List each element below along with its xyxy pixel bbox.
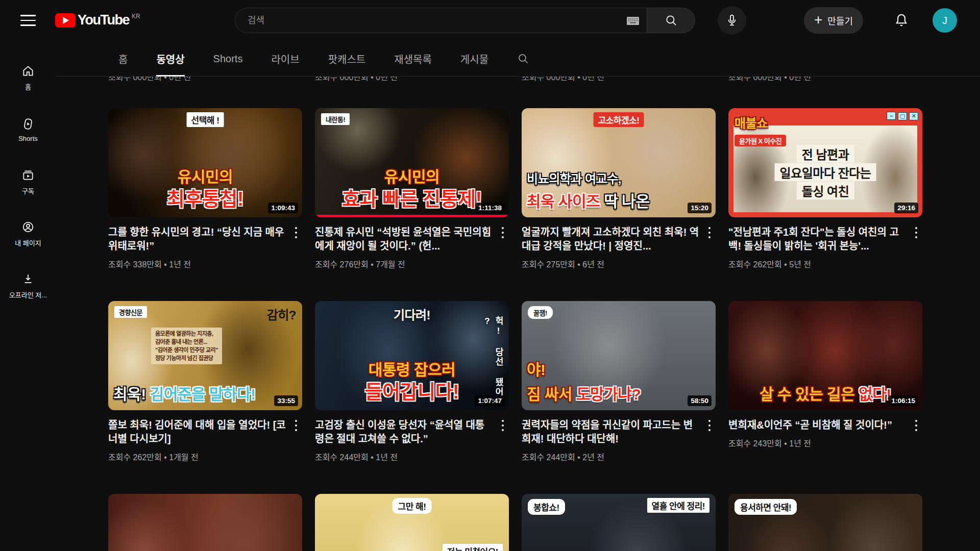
video-card[interactable]: 29:16 –▢✕매불쇼윤가원 X 이수진전 남편과일요일마다 잔다는돌싱 여친… bbox=[728, 108, 922, 301]
video-meta: 조회수 244만회 • 1년 전 bbox=[315, 450, 494, 463]
channel-search-button[interactable] bbox=[517, 41, 529, 77]
tab-home[interactable]: 홈 bbox=[118, 41, 128, 77]
videos-grid-area: 조회수 000만회 • 0년 전 조회수 000만회 • 0년 전 조회수 00… bbox=[108, 77, 935, 551]
top-bar: YouTube KR + 만들기 J bbox=[0, 0, 980, 41]
video-card[interactable] bbox=[108, 494, 302, 551]
clipped-meta: 조회수 000만회 • 0년 전 bbox=[522, 77, 716, 81]
video-info: 쫄보 최욱! 김어준에 대해 입을 열었다! [코너별 다시보기] 조회수 26… bbox=[108, 418, 302, 463]
video-meta: 조회수 262만회 • 5년 전 bbox=[728, 258, 907, 270]
thumbnail-text: 열흘 안에 정리! bbox=[647, 498, 709, 513]
keyboard-icon[interactable] bbox=[626, 15, 640, 29]
tab-playlists[interactable]: 재생목록 bbox=[394, 41, 432, 77]
video-title[interactable]: 얼굴까지 빨개져 고소하겠다 외친 최욱! 역대급 강적을 만났다! | 정영진… bbox=[522, 226, 700, 253]
kebab-menu-icon[interactable] bbox=[703, 418, 716, 433]
sidebar-item-offline[interactable]: 오프라인 저... bbox=[3, 268, 54, 303]
tab-shorts[interactable]: Shorts bbox=[213, 41, 243, 77]
voice-search-button[interactable] bbox=[718, 6, 746, 35]
video-card[interactable]: 1:09:43 선택해 !유시민의최후통첩! 그를 향한 유시민의 경고! “당… bbox=[108, 108, 302, 301]
video-grid: 1:09:43 선택해 !유시민의최후통첩! 그를 향한 유시민의 경고! “당… bbox=[108, 108, 935, 551]
tab-podcasts[interactable]: 팟캐스트 bbox=[328, 41, 366, 77]
video-thumbnail[interactable]: 1:11:38 내란통!유시민의효과 빠른 진통제! bbox=[315, 108, 509, 217]
youtube-logo[interactable]: YouTube KR bbox=[55, 12, 140, 28]
sidebar-label: Shorts bbox=[18, 135, 38, 142]
video-card[interactable]: 33:55 경향신문감히?음모론에 열광하는 지지층, 김어준 흉내 내는 언론… bbox=[108, 301, 302, 494]
video-thumbnail[interactable]: 29:16 –▢✕매불쇼윤가원 X 이수진전 남편과일요일마다 잔다는돌싱 여친 bbox=[728, 108, 922, 217]
create-button-label: 만들기 bbox=[827, 14, 853, 27]
duration-badge: 1:07:47 bbox=[475, 395, 505, 406]
kebab-menu-icon[interactable] bbox=[290, 226, 302, 240]
sidebar-label: 구독 bbox=[22, 186, 34, 195]
create-button[interactable]: + 만들기 bbox=[804, 7, 863, 34]
video-info: 변희재&이언주 “곧 비참해 질 것이다!” 조회수 243만회 • 1년 전 bbox=[728, 418, 922, 449]
video-info: 권력자들의 약점을 귀신같이 파고드는 변희재! 대단하다 대단해! 조회수 2… bbox=[522, 418, 716, 463]
video-thumbnail[interactable]: 그만 해!저는 미쳤어요! bbox=[315, 494, 509, 551]
video-thumbnail[interactable]: 용서하면 안돼! bbox=[728, 494, 922, 551]
sidebar-item-home[interactable]: 홈 bbox=[3, 60, 54, 95]
video-meta: 조회수 262만회 • 1개월 전 bbox=[108, 450, 287, 463]
notifications-button[interactable] bbox=[892, 11, 911, 30]
thumbnail-text: 감히? bbox=[267, 305, 296, 323]
thumbnail-text: –▢✕ bbox=[885, 111, 918, 120]
shorts-icon bbox=[21, 117, 35, 131]
kebab-menu-icon[interactable] bbox=[497, 418, 509, 433]
duration-badge: 1:06:15 bbox=[888, 395, 918, 406]
video-card[interactable]: 1:07:47 기다려!헉! 당선 됐어 ?대통령 잡으러들어갑니다! 고검장 … bbox=[315, 301, 509, 494]
video-thumbnail[interactable] bbox=[108, 494, 302, 551]
thumbnail-text: 일요일마다 잔다는 bbox=[775, 163, 876, 181]
thumbnail-text: 매불쇼 bbox=[734, 113, 768, 131]
kebab-menu-icon[interactable] bbox=[703, 226, 716, 240]
video-title[interactable]: 쫄보 최욱! 김어준에 대해 입을 열었다! [코너별 다시보기] bbox=[108, 418, 287, 446]
kebab-menu-icon[interactable] bbox=[910, 226, 922, 240]
video-thumbnail[interactable]: 1:09:43 선택해 !유시민의최후통첩! bbox=[108, 108, 302, 217]
video-title[interactable]: 고검장 출신 이성윤 당선자 “윤석열 대통령은 절대 고쳐쓸 수 없다.” bbox=[315, 418, 494, 446]
video-title[interactable]: 그를 향한 유시민의 경고! “당신 지금 매우 위태로워!” bbox=[108, 226, 287, 253]
video-thumbnail[interactable]: 33:55 경향신문감히?음모론에 열광하는 지지층, 김어준 흉내 내는 언론… bbox=[108, 301, 302, 410]
kebab-menu-icon[interactable] bbox=[290, 418, 302, 433]
kebab-menu-icon[interactable] bbox=[910, 418, 922, 433]
tab-videos[interactable]: 동영상 bbox=[156, 41, 184, 77]
sidebar-item-subscriptions[interactable]: 구독 bbox=[3, 164, 54, 199]
sidebar-item-shorts[interactable]: Shorts bbox=[3, 112, 54, 147]
video-card[interactable]: 용서하면 안돼! bbox=[728, 494, 922, 551]
thumbnail-text: 경향신문 bbox=[114, 306, 147, 318]
mic-icon bbox=[725, 14, 739, 27]
video-card[interactable]: 1:06:15 살 수 있는 길은 없다! 변희재&이언주 “곧 비참해 질 것… bbox=[728, 301, 922, 494]
video-thumbnail[interactable]: 58:50 꿀잼!야!짐 싸서 도망가냐? bbox=[522, 301, 716, 410]
channel-search-icon bbox=[517, 53, 529, 65]
video-card[interactable]: 그만 해!저는 미쳤어요! bbox=[315, 494, 509, 551]
avatar-letter: J bbox=[942, 15, 947, 27]
duration-badge: 29:16 bbox=[894, 203, 918, 213]
thumbnail-text: 꿀잼! bbox=[528, 306, 553, 319]
thumbnail-text: 야! bbox=[522, 357, 716, 380]
mini-sidebar: 홈 Shorts 구독 내 페이지 오프라인 저... bbox=[0, 41, 56, 303]
video-title[interactable]: 진통제 유시민 “석방된 윤석열은 국민의힘에게 재앙이 될 것이다.” (헌.… bbox=[315, 226, 494, 253]
thumbnail-text: 기다려! bbox=[394, 305, 430, 323]
video-title[interactable]: 권력자들의 약점을 귀신같이 파고드는 변희재! 대단하다 대단해! bbox=[522, 418, 700, 446]
tab-posts[interactable]: 게시물 bbox=[460, 41, 488, 77]
video-meta: 조회수 275만회 • 6년 전 bbox=[522, 258, 700, 270]
video-title[interactable]: 변희재&이언주 “곧 비참해 질 것이다!” bbox=[728, 418, 907, 432]
video-thumbnail[interactable]: 1:06:15 살 수 있는 길은 없다! bbox=[728, 301, 922, 410]
video-thumbnail[interactable]: 1:07:47 기다려!헉! 당선 됐어 ?대통령 잡으러들어갑니다! bbox=[315, 301, 509, 410]
search-button[interactable] bbox=[647, 8, 695, 33]
kebab-menu-icon[interactable] bbox=[497, 226, 509, 240]
youtube-logo-icon bbox=[55, 13, 76, 28]
video-card[interactable]: 1:11:38 내란통!유시민의효과 빠른 진통제! 진통제 유시민 “석방된 … bbox=[315, 108, 509, 301]
tab-live[interactable]: 라이브 bbox=[271, 41, 299, 77]
thumbnail-text: 봉합쇼! bbox=[528, 499, 565, 515]
avatar[interactable]: J bbox=[933, 8, 957, 33]
sidebar-item-my-page[interactable]: 내 페이지 bbox=[3, 216, 54, 251]
video-card[interactable]: 봉합쇼!열흘 안에 정리! bbox=[522, 494, 716, 551]
logo-region-label: KR bbox=[132, 13, 140, 20]
video-info: 얼굴까지 빨개져 고소하겠다 외친 최욱! 역대급 강적을 만났다! | 정영진… bbox=[522, 226, 716, 270]
video-title[interactable]: "전남편과 주1회 잔다"는 돌싱 여친의 고백! 돌싱들이 밝히는 '회귀 본… bbox=[728, 226, 907, 253]
video-thumbnail[interactable]: 봉합쇼!열흘 안에 정리! bbox=[522, 494, 716, 551]
search-input[interactable] bbox=[248, 15, 605, 26]
hamburger-menu-icon[interactable] bbox=[20, 12, 36, 29]
search-field-container[interactable] bbox=[235, 8, 647, 33]
video-thumbnail[interactable]: 15:20 고소하겠소!비뇨의학과 여교수,최욱 사이즈 딱 나온 bbox=[522, 108, 716, 217]
video-card[interactable]: 58:50 꿀잼!야!짐 싸서 도망가냐? 권력자들의 약점을 귀신같이 파고드… bbox=[522, 301, 716, 494]
subscriptions-icon bbox=[21, 168, 35, 182]
video-card[interactable]: 15:20 고소하겠소!비뇨의학과 여교수,최욱 사이즈 딱 나온 얼굴까지 빨… bbox=[522, 108, 716, 301]
search-icon bbox=[665, 14, 678, 27]
